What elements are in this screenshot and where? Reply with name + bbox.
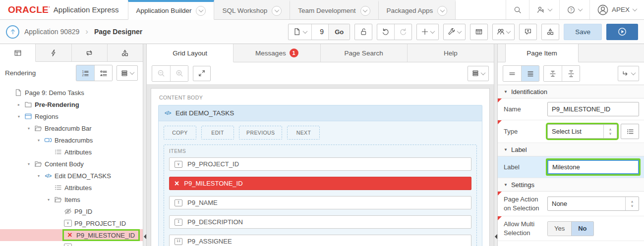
tree-node-breadcrumbs[interactable]: ▾Breadcrumbs bbox=[0, 134, 143, 146]
left-tab-shared-comps[interactable] bbox=[108, 44, 143, 61]
lock-button[interactable] bbox=[354, 24, 372, 40]
section-header-settings[interactable]: ▼Settings bbox=[498, 178, 644, 192]
nav-tab-sql-workshop[interactable]: SQL Workshop bbox=[214, 0, 290, 19]
left-splitter[interactable] bbox=[143, 44, 147, 246]
tree-node-p9-id[interactable]: P9_ID bbox=[0, 205, 143, 217]
region-button-previous[interactable]: PREVIOUS bbox=[239, 126, 282, 140]
tree-toggle-icon[interactable]: ▾ bbox=[25, 126, 33, 131]
grid-menu-button[interactable] bbox=[468, 66, 489, 81]
right-splitter[interactable] bbox=[494, 44, 498, 246]
region-button-copy[interactable]: COPY bbox=[164, 126, 196, 140]
collapse-all-button[interactable] bbox=[544, 66, 562, 81]
tree-menu-button[interactable] bbox=[117, 65, 138, 81]
expand-all-button[interactable] bbox=[562, 66, 580, 81]
tree-node-pre-rendering[interactable]: ▸Pre-Rendering bbox=[0, 98, 143, 110]
zoom-in-button[interactable] bbox=[170, 66, 188, 81]
tree-node-edit-demo-tasks[interactable]: ▾</>Edit DEMO_TASKS bbox=[0, 170, 143, 182]
grid-item-p9_milestone_id[interactable]: ×P9_MILESTONE_ID bbox=[169, 177, 471, 190]
expand-button[interactable] bbox=[193, 66, 211, 81]
tree-toggle-icon[interactable]: ▾ bbox=[25, 162, 33, 166]
tab-menu-button[interactable] bbox=[360, 6, 370, 16]
nav-tab-team-development[interactable]: Team Development bbox=[290, 0, 378, 19]
zoom-out-button[interactable] bbox=[152, 66, 170, 81]
region-button-edit[interactable]: EDIT bbox=[201, 126, 234, 140]
tree-node-attributes[interactable]: Attributes bbox=[0, 146, 143, 158]
tree-node-p9-milestone-id[interactable]: ×P9_MILESTONE_ID bbox=[0, 229, 143, 241]
go-to-menu-button[interactable] bbox=[618, 66, 639, 81]
collapse-handle-icon[interactable] bbox=[495, 234, 497, 239]
show-common-button[interactable] bbox=[503, 66, 521, 81]
tree-node-regions[interactable]: ▾Regions bbox=[0, 110, 143, 122]
tree-toggle-icon[interactable]: ▾ bbox=[15, 114, 23, 119]
account-menu[interactable]: APEX bbox=[589, 0, 644, 19]
items-label: ITEMS bbox=[169, 148, 471, 154]
x-icon: × bbox=[175, 180, 179, 188]
save-button[interactable]: Save bbox=[564, 24, 602, 40]
property-select-type[interactable]: Select List∧∨ bbox=[547, 124, 617, 139]
property-input-name[interactable] bbox=[547, 102, 639, 116]
select-spinner-icon[interactable]: ∧∨ bbox=[603, 125, 617, 138]
tab-menu-button[interactable] bbox=[196, 6, 206, 16]
region-button-next[interactable]: NEXT bbox=[287, 126, 320, 140]
order-by-sequence-button[interactable]: 12 bbox=[76, 65, 94, 81]
section-header-identification[interactable]: ▼Identification bbox=[498, 85, 644, 98]
shared-components-button[interactable] bbox=[470, 24, 488, 40]
nav-tab-application-builder[interactable]: Application Builder bbox=[128, 0, 215, 20]
tree-node-content-body[interactable]: ▾Content Body bbox=[0, 158, 143, 170]
grid-item-p9_assignee[interactable]: 1IP9_ASSIGNEE bbox=[169, 235, 471, 246]
left-tab-layout[interactable] bbox=[0, 44, 36, 62]
go-up-button[interactable] bbox=[6, 25, 19, 39]
tree-node-page-9-demo-tasks[interactable]: Page 9: Demo Tasks bbox=[0, 87, 143, 98]
nav-tab-packaged-apps[interactable]: Packaged Apps bbox=[379, 0, 456, 19]
tab-page-item[interactable]: Page Item bbox=[505, 44, 579, 62]
create-menu-button[interactable] bbox=[416, 24, 439, 40]
center-tab-messages[interactable]: Messages1 bbox=[234, 44, 320, 62]
tree-node-breadcrumb-bar[interactable]: ▾Breadcrumb Bar bbox=[0, 122, 143, 134]
center-tab-page-search[interactable]: Page Search bbox=[321, 44, 408, 62]
property-input-label[interactable] bbox=[547, 160, 639, 174]
property-select-page-action-on-selection[interactable]: None∧∨ bbox=[547, 197, 639, 211]
tab-menu-button[interactable] bbox=[437, 6, 447, 16]
tree-toggle-icon[interactable]: ▸ bbox=[15, 102, 23, 107]
tree-node-p9-project-id[interactable]: ∨P9_PROJECT_ID bbox=[0, 217, 143, 229]
go-button[interactable]: Go bbox=[328, 24, 350, 40]
tree-toggle-icon[interactable]: ▾ bbox=[35, 138, 43, 143]
tree-node-label: Page 9: Demo Tasks bbox=[24, 89, 84, 97]
grid-item-p9_description[interactable]: IP9_DESCRIPTION bbox=[169, 215, 471, 229]
collapse-handle-icon[interactable] bbox=[144, 234, 146, 239]
breadcrumb-application[interactable]: Application 90829 bbox=[24, 28, 79, 36]
utilities-menu-button[interactable] bbox=[443, 24, 466, 40]
tree-toggle-icon[interactable]: ▾ bbox=[35, 174, 43, 178]
left-tab-bolt[interactable] bbox=[36, 44, 71, 61]
administration-menu[interactable] bbox=[529, 0, 559, 19]
order-by-type-button[interactable] bbox=[94, 65, 112, 81]
redo-button[interactable] bbox=[394, 24, 411, 40]
global-search-button[interactable] bbox=[506, 0, 529, 19]
region-header[interactable]: </> Edit DEMO_TASKS bbox=[159, 105, 482, 121]
tab-menu-button[interactable] bbox=[272, 6, 282, 16]
center-tab-help[interactable]: Help bbox=[408, 44, 494, 62]
team-dev-menu-button[interactable] bbox=[492, 24, 515, 40]
page-number-field[interactable]: 9 bbox=[311, 24, 328, 40]
run-button[interactable] bbox=[606, 24, 638, 40]
tree-node-partial[interactable]: I bbox=[0, 241, 143, 246]
help-menu[interactable]: ? bbox=[559, 0, 589, 19]
tree-node-attributes[interactable]: Attributes bbox=[0, 182, 143, 194]
tree-toggle-icon[interactable]: ▾ bbox=[45, 197, 53, 202]
toggle-option-no[interactable]: No bbox=[571, 222, 593, 236]
section-header-label[interactable]: ▼Label bbox=[498, 143, 644, 156]
grid-item-p9_name[interactable]: IP9_NAME bbox=[169, 196, 471, 209]
undo-button[interactable] bbox=[377, 24, 394, 40]
shared-comps-button[interactable] bbox=[541, 24, 559, 40]
list-of-values-button[interactable] bbox=[621, 124, 639, 139]
grid-item-p9_project_id[interactable]: ∨P9_PROJECT_ID bbox=[169, 157, 471, 171]
left-tab-loop[interactable] bbox=[72, 44, 108, 61]
select-spinner-icon[interactable]: ∧∨ bbox=[625, 197, 639, 210]
feedback-button[interactable] bbox=[519, 24, 537, 40]
tree-node-items[interactable]: ▾Items bbox=[0, 194, 143, 205]
property-row-label: Label bbox=[498, 156, 644, 178]
page-finder-button[interactable] bbox=[289, 24, 311, 40]
show-all-button[interactable] bbox=[521, 66, 539, 81]
toggle-option-yes[interactable]: Yes bbox=[548, 222, 571, 236]
center-tab-grid-layout[interactable]: Grid Layout bbox=[147, 44, 234, 62]
